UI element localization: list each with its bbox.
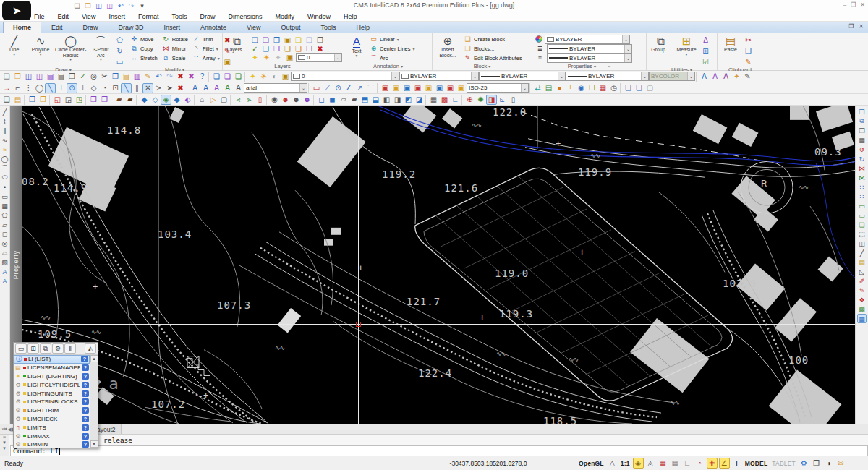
snap-insertion-button[interactable]: ⊡: [110, 83, 121, 93]
command-history-button[interactable]: ▾: [3, 440, 6, 445]
tab-draw-3d[interactable]: Draw 3D: [109, 22, 154, 33]
properties-panel-label[interactable]: Properties▾ ⌐: [534, 62, 644, 70]
vp-new-button[interactable]: ❐: [27, 95, 38, 105]
snap-parallel-button[interactable]: ∥: [132, 83, 142, 93]
dim-angular-button[interactable]: ∠: [344, 83, 354, 93]
menu-edit[interactable]: Edit: [51, 12, 76, 21]
box-3d-3-button[interactable]: ▱: [338, 95, 349, 105]
droplet-button[interactable]: ◉: [576, 83, 587, 93]
time-button[interactable]: ◷: [608, 83, 619, 93]
popup-item-limmax[interactable]: ⚙LIMMAX?: [14, 432, 90, 440]
help-badge[interactable]: ?: [82, 441, 89, 448]
grip-3-button[interactable]: ◈: [161, 95, 171, 105]
find-button[interactable]: ◎: [88, 72, 99, 82]
user-red-button[interactable]: ☻: [280, 95, 291, 105]
array-rect-button[interactable]: ▦: [857, 135, 867, 145]
text-scale-button[interactable]: A: [233, 83, 244, 93]
rec-green-button[interactable]: ◳: [74, 95, 85, 105]
snap-extension-button[interactable]: ≻: [153, 83, 164, 93]
move-button[interactable]: ✛Move: [129, 35, 159, 43]
redo-button[interactable]: ↷: [164, 72, 175, 82]
etrack-toggle[interactable]: ◬: [645, 458, 656, 469]
popup-item-limcheck[interactable]: ⚙LIMCHECK?: [14, 415, 90, 424]
angle-toggle[interactable]: ∠: [719, 458, 730, 469]
entity-color-combo[interactable]: BYLAYER⌄: [545, 35, 630, 44]
menu-window[interactable]: Window: [301, 12, 337, 21]
qat-more-button[interactable]: ▾: [137, 1, 147, 10]
plot-button[interactable]: ▤: [45, 72, 56, 82]
text-single-button[interactable]: A: [190, 83, 200, 93]
tab-nav-1[interactable]: ⏮: [2, 427, 7, 432]
snap-midpoint-button[interactable]: ⊥: [56, 83, 67, 93]
sheet-new-button[interactable]: ❑: [1, 95, 12, 105]
box-3d-6-button[interactable]: ⬓: [370, 95, 381, 105]
dim-jog-button[interactable]: ▣: [434, 83, 445, 93]
redo-button[interactable]: ↷: [127, 1, 136, 10]
vp-box-button[interactable]: ❏: [857, 220, 867, 229]
dim-update-button[interactable]: ▣: [456, 83, 467, 93]
circle-button[interactable]: ◯ Circle Center-Radius ▾: [54, 33, 88, 67]
grid-toggle[interactable]: ▦: [670, 458, 681, 469]
user-purple-button[interactable]: ☻: [302, 95, 312, 105]
ruler-button[interactable]: ▤: [857, 257, 867, 267]
snap-tangent-button[interactable]: ◇: [88, 83, 99, 93]
help-badge[interactable]: ?: [82, 424, 89, 431]
popup-window-button[interactable]: ▭: [15, 343, 27, 354]
arc-button[interactable]: ⌒ 3-Point Arc ▾: [88, 33, 114, 67]
menu-view[interactable]: View: [75, 12, 102, 21]
spelling-button[interactable]: ✓: [77, 72, 88, 82]
polar-toggle[interactable]: ◔: [694, 458, 705, 469]
popup-item-light[interactable]: ✦LIGHT (LIGHTING)?: [14, 372, 90, 381]
menu-format[interactable]: Format: [132, 12, 166, 21]
paste-button[interactable]: ▤ Paste: [719, 33, 742, 67]
snap-intersection-button[interactable]: ✕: [142, 83, 153, 93]
layers-button[interactable]: ⧉ Layers...: [224, 33, 249, 62]
insert-block-button[interactable]: ⊕ Insert Block...: [434, 33, 461, 62]
ucs-button[interactable]: ∟: [450, 95, 461, 105]
vp-clip-button[interactable]: ❐: [38, 95, 48, 105]
point-style-button[interactable]: ●: [554, 83, 565, 93]
rotate-cw-button[interactable]: ↻: [857, 154, 867, 163]
snap-quick-button[interactable]: ➤: [164, 83, 175, 93]
entity-lineweight-combo[interactable]: BYLAYER⌄: [547, 54, 632, 63]
dim-ordinate-button[interactable]: ▣: [401, 83, 412, 93]
copy-button[interactable]: ❐: [743, 46, 754, 56]
layer-lock-button[interactable]: ▣: [284, 52, 295, 62]
doc-last-button[interactable]: ▯: [508, 95, 519, 105]
layer-lock-button[interactable]: ▣: [280, 72, 291, 82]
tracking-toggle[interactable]: ✛: [731, 458, 742, 469]
help-badge[interactable]: ?: [82, 398, 89, 405]
view-prev-button[interactable]: ❏: [634, 83, 644, 93]
popup-item-limits[interactable]: ▯LIMITS?: [14, 423, 90, 432]
layer-prev-button[interactable]: ❏: [233, 72, 244, 82]
rectangle-button[interactable]: ▭: [114, 56, 125, 67]
sun-star-button[interactable]: ✺: [475, 95, 486, 105]
menu-draw[interactable]: Draw: [193, 12, 221, 21]
new-button[interactable]: ❑: [72, 1, 82, 10]
stretch-button[interactable]: ↔Stretch: [129, 54, 159, 62]
boundary-button[interactable]: ⌓: [0, 248, 9, 257]
text-button[interactable]: A Text ▾: [346, 33, 367, 62]
popup-item-lightingunits[interactable]: ⚙LIGHTINGUNITS?: [14, 389, 90, 398]
save-as-button[interactable]: ◫: [34, 72, 45, 82]
text-attrib-button[interactable]: A: [720, 72, 731, 82]
mail-icon[interactable]: ✉: [835, 458, 846, 469]
flag-button[interactable]: ▷: [208, 95, 218, 105]
block-panel-label[interactable]: Block▾: [434, 62, 530, 70]
open-button[interactable]: ❒: [12, 72, 23, 82]
dim-aligned-button[interactable]: ⟋: [322, 83, 333, 93]
array-1-button[interactable]: ∷: [857, 182, 867, 192]
popup-settings-button[interactable]: ⚙: [52, 343, 64, 354]
tab-view[interactable]: View: [237, 22, 271, 33]
tab-help[interactable]: Help: [346, 22, 380, 33]
copy-button[interactable]: ⧉Copy: [129, 44, 159, 53]
crosshair-toggle[interactable]: ✚: [707, 458, 718, 469]
mirror-3d-button[interactable]: ⋉: [857, 173, 867, 182]
trim-button[interactable]: ∕Trim: [191, 35, 221, 43]
dim-oblique-button[interactable]: ▣: [445, 83, 456, 93]
dim-arc-button[interactable]: ⌒: [365, 83, 376, 93]
circle-button[interactable]: ◯: [0, 154, 9, 163]
hatch-edit-button[interactable]: ▩: [857, 304, 867, 314]
mdi-minimize-button[interactable]: –: [841, 23, 843, 30]
help-badge[interactable]: ?: [82, 433, 89, 440]
